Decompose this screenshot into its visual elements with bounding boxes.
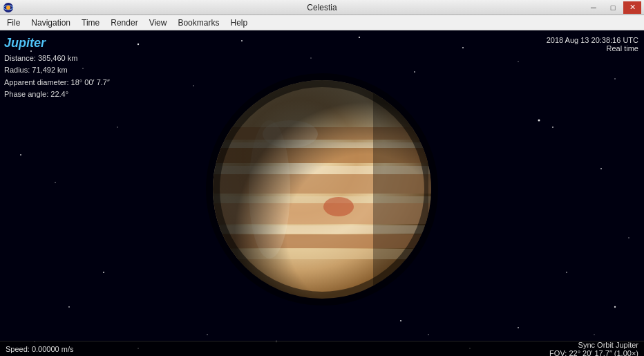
- info-panel: Jupiter Distance: 385,460 km Radius: 71,…: [4, 36, 110, 101]
- titlebar-left: [3, 2, 14, 13]
- svg-point-7: [193, 85, 193, 86]
- svg-point-12: [462, 47, 464, 48]
- app-icon: [3, 2, 14, 13]
- diameter-info: Apparent diameter: 18° 00′ 7.7″: [4, 77, 110, 89]
- svg-point-11: [414, 71, 415, 73]
- svg-point-15: [614, 78, 616, 79]
- orbit-info: Sync Orbit Jupiter: [549, 341, 638, 349]
- viewport[interactable]: Jupiter Distance: 385,460 km Radius: 71,…: [0, 30, 644, 356]
- close-button[interactable]: ✕: [623, 1, 641, 14]
- svg-point-21: [68, 306, 70, 308]
- planet-name: Jupiter: [4, 36, 110, 51]
- svg-point-25: [614, 306, 616, 308]
- maximize-button[interactable]: □: [604, 1, 622, 14]
- svg-point-13: [518, 61, 518, 62]
- minimize-button[interactable]: ─: [585, 1, 603, 14]
- svg-point-29: [400, 320, 401, 321]
- svg-point-19: [55, 182, 56, 183]
- menu-file[interactable]: File: [1, 15, 26, 30]
- window-controls: ─ □ ✕: [585, 1, 641, 14]
- menu-help[interactable]: Help: [225, 15, 253, 30]
- svg-point-28: [428, 334, 429, 335]
- svg-point-32: [207, 334, 208, 335]
- window-title: Celestia: [307, 3, 337, 12]
- distance-info: Distance: 385,460 km: [4, 53, 110, 65]
- svg-point-17: [552, 127, 553, 128]
- menubar: File Navigation Time Render View Bookmar…: [0, 15, 644, 30]
- svg-point-10: [359, 37, 360, 38]
- svg-point-23: [600, 168, 602, 169]
- svg-point-26: [594, 334, 594, 335]
- menu-bookmarks[interactable]: Bookmarks: [172, 15, 225, 30]
- svg-point-18: [20, 154, 21, 156]
- menu-time[interactable]: Time: [76, 15, 105, 30]
- orbit-fov-info: Sync Orbit Jupiter FOV: 22° 20′ 17.7″ (1…: [549, 341, 638, 357]
- svg-point-34: [117, 127, 118, 128]
- datetime-panel: 2018 Aug 13 20:38:16 UTC Real time: [547, 36, 638, 53]
- svg-point-9: [310, 57, 312, 59]
- menu-navigation[interactable]: Navigation: [26, 15, 76, 30]
- svg-point-2: [6, 6, 10, 10]
- realtime-text: Real time: [547, 44, 638, 53]
- svg-point-6: [138, 44, 139, 45]
- svg-point-16: [538, 120, 540, 122]
- fov-info: FOV: 22° 20′ 17.7″ (1.00×): [549, 349, 638, 357]
- titlebar: Celestia ─ □ ✕: [0, 0, 644, 15]
- datetime-text: 2018 Aug 13 20:38:16 UTC: [547, 36, 638, 44]
- menu-render[interactable]: Render: [105, 15, 143, 30]
- svg-point-35: [566, 272, 567, 273]
- svg-point-8: [241, 40, 243, 41]
- speed-info: Speed: 0.00000 m/s: [6, 345, 73, 353]
- phase-info: Phase angle: 22.4°: [4, 88, 110, 101]
- svg-point-27: [518, 327, 519, 328]
- menu-view[interactable]: View: [144, 15, 173, 30]
- statusbar: Speed: 0.00000 m/s Sync Orbit Jupiter FO…: [0, 341, 644, 356]
- radius-info: Radius: 71,492 km: [4, 64, 110, 77]
- svg-point-20: [103, 272, 104, 273]
- svg-point-24: [628, 237, 629, 238]
